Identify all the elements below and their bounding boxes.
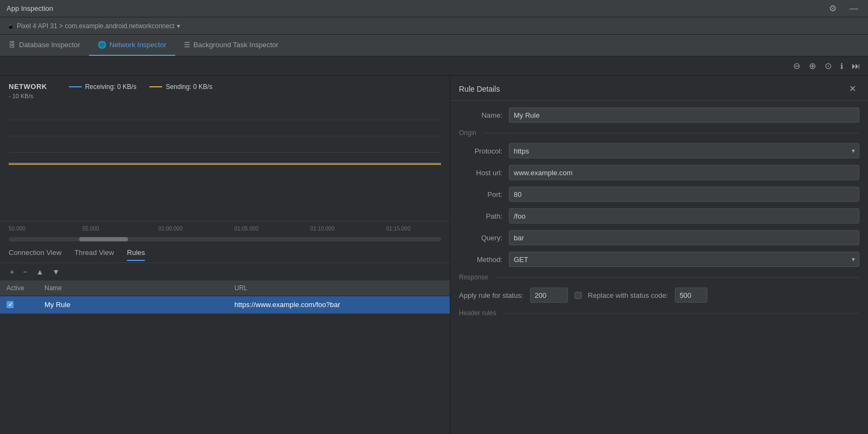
col-header-url: URL [234,284,443,292]
apply-rule-label: Apply rule for status: [459,291,524,299]
rules-table: My Rule https://www.example.com/foo?bar [0,296,450,435]
device-chevron-icon[interactable]: ▾ [177,22,180,30]
replace-with-label: Replace with status code: [588,291,668,299]
zoom-in-button[interactable]: ⊕ [806,59,819,73]
protocol-select[interactable]: https http any [509,143,859,158]
rule-active-checkbox[interactable] [7,301,14,308]
receiving-legend: Receiving: 0 KB/s [69,83,137,91]
main-layout: NETWORK Receiving: 0 KB/s Sending: 0 KB/… [0,76,868,434]
receiving-label: Receiving: 0 KB/s [85,83,137,91]
name-form-row: Name: [459,107,859,123]
settings-button[interactable]: ⚙ [826,1,840,16]
origin-label: Origin [459,129,476,137]
move-up-button[interactable]: ▲ [33,266,47,277]
method-label: Method: [459,256,502,264]
receiving-line [69,86,82,87]
sending-legend: Sending: 0 KB/s [149,83,212,91]
chart-title: NETWORK [9,82,47,91]
rule-details-header: Rule Details ✕ [450,76,868,101]
app-title: App Inspection [7,4,53,12]
origin-divider-line [483,133,859,133]
right-panel: Rule Details ✕ Name: Origin Protocol: ht… [450,76,868,434]
tab-network-inspector[interactable]: 🌐 Network Inspector [89,35,175,56]
skip-button[interactable]: ⏭ [848,59,864,73]
port-form-row: Port: [459,187,859,202]
query-label: Query: [459,234,502,242]
replace-status-input[interactable] [675,288,707,303]
path-label: Path: [459,212,502,220]
device-bar: 📱 Pixel 4 API 31 > com.example.android.n… [0,17,868,35]
close-rule-details-button[interactable]: ✕ [846,82,859,95]
move-down-button[interactable]: ▼ [49,266,63,277]
timeline-axis: 50.000 55.000 01:00.000 01:05.000 01:10.… [0,221,450,236]
timeline-label-4: 01:05.000 [234,226,259,232]
table-row[interactable]: My Rule https://www.example.com/foo?bar [0,296,450,314]
rule-name-cell: My Rule [44,301,234,309]
device-icon: 📱 [7,22,15,30]
chart-legend: Receiving: 0 KB/s Sending: 0 KB/s [69,83,213,91]
reset-zoom-button[interactable]: ⊙ [821,59,835,73]
header-rules-divider-line [503,313,859,314]
col-header-active: Active [7,284,44,292]
tab-bar: 🗄 Database Inspector 🌐 Network Inspector… [0,35,868,56]
table-controls: + − ▲ ▼ [0,263,450,281]
record-button[interactable]: ℹ [837,60,846,73]
rule-active-cell [7,301,44,308]
method-select[interactable]: GET POST PUT DELETE PATCH ANY [509,252,859,267]
host-url-label: Host url: [459,169,502,177]
tab-background-inspector[interactable]: ☰ Background Task Inspector [175,35,288,56]
rule-details-title: Rule Details [459,85,500,93]
timeline-label-3: 01:00.000 [158,226,183,232]
timeline-label-1: 50.000 [9,226,25,232]
database-icon: 🗄 [9,41,16,49]
remove-rule-button[interactable]: − [20,266,30,277]
chart-svg-container [9,104,441,169]
add-rule-button[interactable]: + [7,266,17,277]
table-header: Active Name URL [0,281,450,296]
background-icon: ☰ [184,41,190,49]
response-label: Response [459,273,488,281]
response-form-row: Apply rule for status: Replace with stat… [459,288,859,303]
rule-url-cell: https://www.example.com/foo?bar [234,301,443,309]
name-input[interactable] [509,107,859,123]
tab-database-inspector[interactable]: 🗄 Database Inspector [0,35,89,56]
name-label: Name: [459,111,502,119]
method-select-wrapper: GET POST PUT DELETE PATCH ANY [509,252,859,267]
tab-rules[interactable]: Rules [127,245,145,261]
title-bar: App Inspection ⚙ — [0,0,868,17]
origin-section-divider: Origin [459,129,859,137]
chart-subtitle: - 10 KB/s [9,93,441,99]
query-input[interactable] [509,230,859,245]
timeline-labels: 50.000 55.000 01:00.000 01:05.000 01:10.… [0,221,450,236]
sending-label: Sending: 0 KB/s [165,83,212,91]
timeline-scrollbar-thumb[interactable] [79,237,128,241]
zoom-out-button[interactable]: ⊖ [790,59,803,73]
port-label: Port: [459,190,502,199]
header-rules-section-divider: Header rules [459,309,859,317]
response-divider-line [495,277,859,278]
tab-connection-view[interactable]: Connection View [9,245,61,261]
main-toolbar: ⊖ ⊕ ⊙ ℹ ⏭ [0,56,868,76]
minimize-button[interactable]: — [846,2,861,16]
path-form-row: Path: [459,208,859,224]
path-input[interactable] [509,208,859,224]
sending-line [149,86,162,87]
protocol-form-row: Protocol: https http any [459,143,859,158]
host-url-input[interactable] [509,165,859,180]
response-section-divider: Response [459,273,859,281]
query-form-row: Query: [459,230,859,245]
replace-checkbox[interactable] [575,292,582,299]
host-url-form-row: Host url: [459,165,859,180]
form-content: Name: Origin Protocol: https http any [450,101,868,330]
protocol-select-wrapper: https http any [509,143,859,158]
method-form-row: Method: GET POST PUT DELETE PATCH ANY [459,252,859,267]
timeline-scrollbar[interactable] [9,237,441,241]
tab-thread-view[interactable]: Thread View [74,245,114,261]
protocol-label: Protocol: [459,147,502,155]
left-panel: NETWORK Receiving: 0 KB/s Sending: 0 KB/… [0,76,450,434]
header-rules-label: Header rules [459,309,496,317]
col-header-name: Name [44,284,234,292]
chart-area: NETWORK Receiving: 0 KB/s Sending: 0 KB/… [0,76,450,221]
apply-rule-status-input[interactable] [530,288,568,303]
port-input[interactable] [509,187,859,202]
